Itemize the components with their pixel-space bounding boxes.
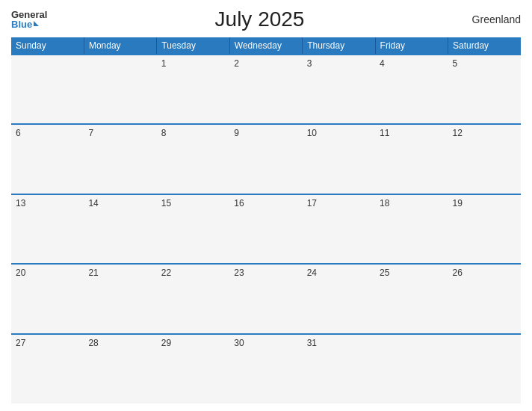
day-number: 6 <box>16 128 21 138</box>
table-row: 28 <box>84 334 156 404</box>
calendar-week-row: 6789101112 <box>11 124 521 194</box>
day-number: 3 <box>307 58 312 69</box>
table-row <box>448 334 521 404</box>
header-sunday: Sunday <box>11 37 84 55</box>
day-number: 15 <box>161 198 171 208</box>
table-row: 22 <box>157 264 229 333</box>
header-friday: Friday <box>375 37 448 55</box>
table-row: 2 <box>229 55 302 124</box>
table-row: 30 <box>229 334 302 404</box>
table-row: 26 <box>448 264 521 333</box>
table-row <box>375 334 448 404</box>
table-row: 11 <box>375 124 448 194</box>
calendar-title: July 2025 <box>215 7 305 31</box>
day-number: 4 <box>380 58 385 69</box>
day-number: 12 <box>453 128 463 138</box>
day-number: 8 <box>161 128 167 138</box>
day-number: 27 <box>16 338 25 348</box>
table-row: 17 <box>303 194 375 264</box>
calendar-week-row: 12345 <box>11 55 521 124</box>
day-number: 2 <box>234 58 239 69</box>
header-wednesday: Wednesday <box>229 37 302 55</box>
day-number: 1 <box>161 58 167 69</box>
header-tuesday: Tuesday <box>157 37 229 55</box>
table-row: 21 <box>84 264 156 333</box>
day-number: 18 <box>380 198 389 208</box>
table-row: 14 <box>84 194 156 264</box>
day-number: 29 <box>161 338 171 348</box>
day-number: 30 <box>234 338 244 348</box>
day-number: 7 <box>88 128 93 138</box>
logo-blue-text: Blue <box>11 19 39 29</box>
day-number: 28 <box>88 338 98 348</box>
day-number: 19 <box>453 198 463 208</box>
day-number: 22 <box>161 268 171 278</box>
table-row: 9 <box>229 124 302 194</box>
table-row <box>11 55 84 124</box>
table-row: 20 <box>11 264 84 333</box>
page-header: General Blue July 2025 Greenland <box>11 7 521 31</box>
day-number: 11 <box>380 128 389 138</box>
day-number: 21 <box>88 268 98 278</box>
table-row: 8 <box>157 124 229 194</box>
day-number: 26 <box>453 268 463 278</box>
day-number: 10 <box>307 128 317 138</box>
calendar-week-row: 20212223242526 <box>11 264 521 333</box>
table-row: 7 <box>84 124 156 194</box>
header-saturday: Saturday <box>448 37 521 55</box>
day-number: 13 <box>16 198 25 208</box>
day-number: 5 <box>453 58 458 69</box>
table-row: 25 <box>375 264 448 333</box>
day-number: 24 <box>307 268 317 278</box>
day-number: 16 <box>234 198 244 208</box>
table-row: 13 <box>11 194 84 264</box>
table-row: 16 <box>229 194 302 264</box>
logo-triangle-icon <box>34 21 39 26</box>
table-row: 31 <box>303 334 375 404</box>
table-row <box>84 55 156 124</box>
table-row: 6 <box>11 124 84 194</box>
calendar-table: Sunday Monday Tuesday Wednesday Thursday… <box>11 37 521 404</box>
day-number: 14 <box>88 198 98 208</box>
table-row: 23 <box>229 264 302 333</box>
table-row: 4 <box>375 55 448 124</box>
calendar-week-row: 13141516171819 <box>11 194 521 264</box>
table-row: 29 <box>157 334 229 404</box>
calendar-week-row: 2728293031 <box>11 334 521 404</box>
day-number: 25 <box>380 268 389 278</box>
table-row: 15 <box>157 194 229 264</box>
header-thursday: Thursday <box>303 37 375 55</box>
region-label: Greenland <box>472 13 521 25</box>
weekday-header-row: Sunday Monday Tuesday Wednesday Thursday… <box>11 37 521 55</box>
table-row: 27 <box>11 334 84 404</box>
table-row: 3 <box>303 55 375 124</box>
day-number: 9 <box>234 128 239 138</box>
table-row: 18 <box>375 194 448 264</box>
header-monday: Monday <box>84 37 156 55</box>
day-number: 23 <box>234 268 244 278</box>
day-number: 31 <box>307 338 317 348</box>
day-number: 17 <box>307 198 317 208</box>
table-row: 12 <box>448 124 521 194</box>
table-row: 24 <box>303 264 375 333</box>
table-row: 5 <box>448 55 521 124</box>
day-number: 20 <box>16 268 25 278</box>
logo: General Blue <box>11 10 47 29</box>
table-row: 19 <box>448 194 521 264</box>
table-row: 1 <box>157 55 229 124</box>
table-row: 10 <box>303 124 375 194</box>
